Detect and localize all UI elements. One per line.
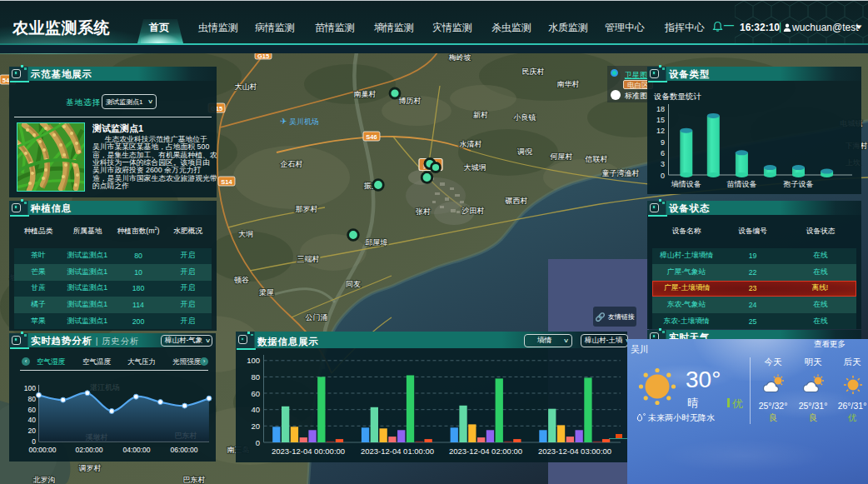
svg-text:大城坰: 大城坰 [464,163,486,172]
svg-text:湛江机场: 湛江机场 [90,383,120,392]
svg-text:巴东村: 巴东村 [175,432,197,440]
svg-text:同友: 同友 [346,280,361,288]
svg-text:新村: 新村 [473,111,488,119]
svg-text:水清村: 水清村 [460,140,482,148]
svg-text:80: 80 [251,372,260,382]
svg-text:溪墩村: 溪墩村 [86,433,108,442]
svg-text:40: 40 [28,416,37,424]
svg-text:G15: G15 [257,52,269,60]
svg-text:02:00:00: 02:00:00 [75,446,102,454]
svg-text:06:00:00: 06:00:00 [170,446,197,454]
svg-text:12: 12 [656,127,665,135]
svg-text:顿谷: 顿谷 [234,276,249,284]
svg-text:调罗村: 调罗村 [79,464,102,472]
svg-text:三端村: 三端村 [297,255,320,263]
svg-text:南巢村: 南巢村 [354,90,377,98]
svg-text:100: 100 [24,384,36,392]
svg-text:民庆村: 民庆村 [522,67,545,76]
svg-text:15: 15 [656,116,665,124]
svg-text:80: 80 [28,395,37,403]
svg-text:孢子设备: 孢子设备 [783,180,814,188]
svg-text:信联村: 信联村 [585,155,608,163]
svg-text:S14: S14 [221,178,232,186]
svg-text:梅岭坡: 梅岭坡 [449,53,471,62]
svg-text:巴东村: 巴东村 [183,476,206,484]
svg-text:00:00:00: 00:00:00 [28,446,56,454]
svg-text:大山村: 大山村 [235,82,257,91]
svg-text:那罗村: 那罗村 [296,205,318,213]
svg-text:南华村: 南华村 [557,80,580,88]
svg-text:3: 3 [661,160,665,168]
svg-text:小良镇: 小良镇 [513,113,536,122]
svg-text:6: 6 [661,149,665,157]
svg-text:公门涌: 公门涌 [306,313,328,322]
svg-text:2023-12-04 03:00:00: 2023-12-04 03:00:00 [538,447,611,456]
svg-text:沙田村: 沙田村 [461,207,485,215]
svg-text:梁屋: 梁屋 [259,288,274,297]
svg-text:100: 100 [247,356,260,365]
svg-text:2023-12-04 00:00:00: 2023-12-04 00:00:00 [272,447,345,456]
svg-text:2023-12-04 02:00:00: 2023-12-04 02:00:00 [449,447,522,456]
svg-text:S46: S46 [366,133,377,141]
svg-text:✈: ✈ [280,117,287,126]
svg-text:60: 60 [28,406,37,414]
svg-text:博历村: 博历村 [399,97,422,105]
svg-text:童子湾渔村: 童子湾渔村 [602,169,640,177]
svg-text:20: 20 [28,427,37,435]
svg-text:企石村: 企石村 [281,160,303,168]
svg-text:张村: 张村 [416,207,431,216]
svg-text:40: 40 [251,405,260,414]
svg-text:20: 20 [251,422,260,431]
svg-text:04:00:00: 04:00:00 [122,446,150,454]
svg-text:吴川机场: 吴川机场 [289,117,319,126]
svg-text:邱屋埠: 邱屋埠 [366,238,388,247]
svg-text:9: 9 [661,138,665,147]
svg-text:墒情设备: 墒情设备 [671,180,701,188]
svg-text:0: 0 [32,437,36,446]
svg-text:大坰: 大坰 [238,230,253,238]
svg-text:苗情设备: 苗情设备 [726,180,756,188]
svg-text:18: 18 [656,105,665,113]
svg-text:0: 0 [256,438,260,447]
svg-text:何屋村: 何屋村 [550,152,573,161]
svg-text:0: 0 [661,172,665,180]
svg-text:碾西村: 碾西村 [505,197,528,205]
svg-text:60: 60 [251,389,260,398]
svg-text:调倪: 调倪 [517,147,532,156]
svg-text:2023-12-04 01:00:00: 2023-12-04 01:00:00 [361,447,434,456]
svg-text:北罗沟: 北罗沟 [33,476,56,484]
